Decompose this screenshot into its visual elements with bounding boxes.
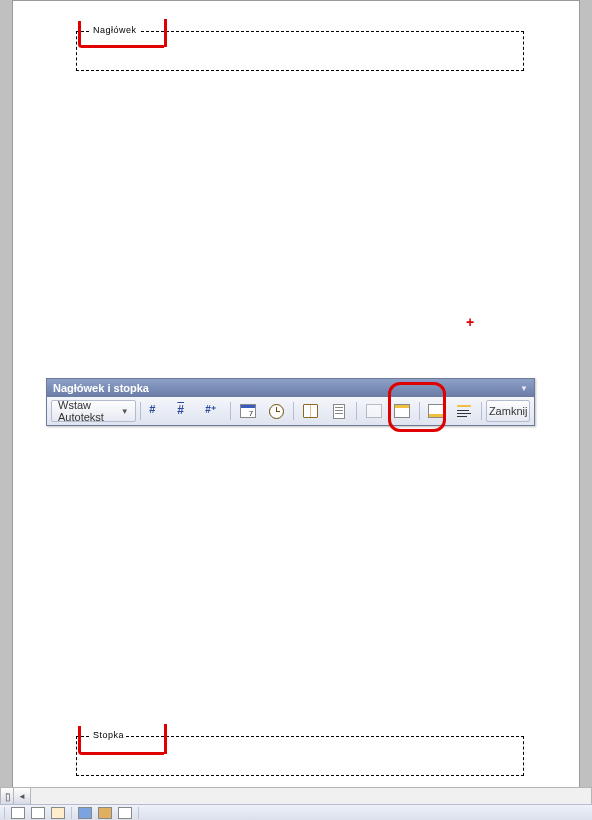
switch-header-footer-icon [428, 404, 444, 418]
scroll-track[interactable] [31, 788, 591, 804]
toolbar-separator [230, 402, 231, 420]
toolbar-separator [71, 807, 72, 819]
chevron-down-icon: ▼ [121, 407, 129, 416]
toolbar-separator [481, 402, 482, 420]
annotation-bracket-header [78, 21, 164, 48]
shape-shadow-icon[interactable] [98, 807, 112, 819]
draw-box-icon[interactable] [31, 807, 45, 819]
insert-date-icon [240, 404, 256, 418]
shape-3d-icon[interactable] [78, 807, 92, 819]
toolbar-separator [293, 402, 294, 420]
draw-rect-icon[interactable] [11, 807, 25, 819]
header-footer-toolbar: Nagłówek i stopka ▼ Wstaw Autotekst ▼ [46, 378, 535, 426]
switch-header-footer-button[interactable] [423, 400, 449, 422]
toolbar-separator [419, 402, 420, 420]
close-button[interactable]: Zamknij [486, 400, 530, 422]
toolbar-separator [356, 402, 357, 420]
toolbar-title-text: Nagłówek i stopka [53, 382, 149, 394]
insert-time-button[interactable] [263, 400, 289, 422]
link-to-previous-icon [366, 404, 382, 418]
toolbar-body: Wstaw Autotekst ▼ [47, 397, 534, 425]
show-document-text-button[interactable] [326, 400, 352, 422]
toolbar-titlebar[interactable]: Nagłówek i stopka ▼ [47, 379, 534, 397]
show-previous-button[interactable] [451, 400, 477, 422]
insert-time-icon [269, 404, 284, 419]
toolbar-separator [138, 807, 139, 819]
show-document-text-icon [333, 404, 345, 419]
toolbar-separator [140, 402, 141, 420]
link-to-previous-button[interactable] [361, 400, 387, 422]
insert-autotext-label: Wstaw Autotekst [58, 399, 119, 423]
insert-page-number-icon [149, 403, 165, 419]
annotation-plus-marker: + [466, 315, 474, 329]
same-as-previous-button[interactable] [389, 400, 415, 422]
insert-page-number-button[interactable] [144, 400, 170, 422]
close-button-label: Zamknij [489, 405, 528, 417]
toolbar-options-dropdown-icon[interactable]: ▼ [520, 384, 528, 393]
page-setup-icon [303, 404, 318, 418]
show-previous-icon [457, 405, 471, 417]
toolbar-separator [4, 807, 5, 819]
horizontal-scrollbar[interactable]: ◄ [13, 787, 592, 805]
scroll-left-button[interactable]: ◄ [14, 788, 31, 804]
insert-pages-count-icon [177, 403, 193, 419]
format-page-number-button[interactable] [200, 400, 226, 422]
insert-pages-count-button[interactable] [172, 400, 198, 422]
format-page-number-icon [205, 403, 221, 419]
insert-autotext-button[interactable]: Wstaw Autotekst ▼ [51, 400, 136, 422]
same-as-previous-icon [394, 404, 410, 418]
color-swatch-icon[interactable] [51, 807, 65, 819]
page-setup-button[interactable] [298, 400, 324, 422]
shape-outline-icon[interactable] [118, 807, 132, 819]
annotation-bracket-footer [78, 726, 164, 755]
insert-date-button[interactable] [235, 400, 261, 422]
drawing-toolbar [0, 804, 592, 820]
book-icon: ▯ [5, 791, 11, 802]
